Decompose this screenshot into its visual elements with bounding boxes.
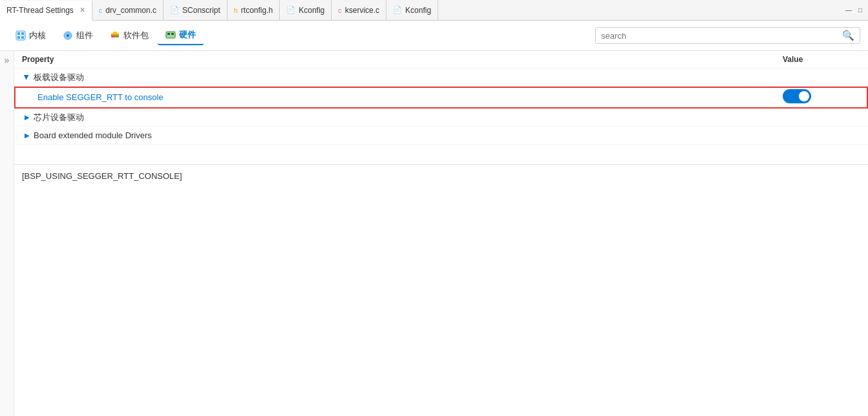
tab-label-sconscript: SConscript	[182, 6, 220, 15]
toggle-segger-rtt[interactable]	[783, 89, 811, 103]
property-pane: Property Value ▶ 板载设备驱动 Enable SEGGER_RT…	[14, 51, 868, 416]
tab-sconscript[interactable]: 📄 SConscript	[164, 0, 228, 20]
search-container: 🔍	[595, 27, 860, 44]
property-header: Property Value	[14, 51, 868, 68]
svg-rect-13	[171, 33, 174, 35]
tree-value-segger-rtt	[783, 89, 860, 105]
svg-rect-4	[21, 36, 24, 39]
tree-label-chip-device: 芯片设备驱动	[34, 112, 783, 123]
tab-label-drv: drv_common.c	[105, 6, 156, 15]
nav-tab-hardware-label: 硬件	[179, 29, 196, 41]
tab-rt-thread-settings[interactable]: RT-Thread Settings ✕	[0, 1, 92, 21]
tab-label-kservice: kservice.c	[345, 6, 379, 15]
tree-arrow-board-extended[interactable]: ▶	[22, 130, 32, 141]
toolbar: 内核 组件	[0, 21, 868, 51]
package-icon	[110, 30, 120, 41]
svg-rect-12	[167, 33, 170, 35]
tab-bar: RT-Thread Settings ✕ c drv_common.c 📄 SC…	[0, 0, 868, 21]
tab-icon-rtconfig: h	[234, 6, 238, 14]
svg-rect-1	[17, 32, 20, 35]
svg-rect-2	[21, 32, 24, 35]
main-container: 内核 组件	[0, 21, 868, 416]
nav-tab-kernel-label: 内核	[29, 30, 46, 41]
component-icon	[63, 30, 73, 41]
tab-icon-kconfig1: 📄	[286, 6, 295, 14]
tab-rtconfig[interactable]: h rtconfig.h	[228, 0, 280, 20]
toggle-track	[783, 89, 811, 103]
svg-rect-3	[17, 36, 20, 39]
toggle-thumb	[799, 91, 809, 101]
tab-kconfig1[interactable]: 📄 Kconfig	[280, 0, 332, 20]
sidebar-chevron-icon[interactable]: »	[5, 55, 10, 65]
tree-arrow-chip-device[interactable]: ▶	[22, 112, 32, 123]
tab-icon-kconfig2: 📄	[393, 6, 402, 14]
svg-rect-10	[113, 32, 117, 34]
minimize-btn[interactable]: —	[843, 5, 854, 16]
value-column-header: Value	[783, 55, 860, 64]
tab-label: RT-Thread Settings	[6, 6, 74, 15]
tab-icon-sconscript: 📄	[170, 6, 179, 14]
tree-label-board-extended: Board extended module Drivers	[34, 130, 783, 140]
nav-tab-component-label: 组件	[76, 30, 93, 41]
hardware-icon	[165, 30, 176, 40]
tree-arrow-board-device[interactable]: ▶	[22, 72, 32, 83]
nav-tab-package-label: 软件包	[123, 30, 149, 41]
nav-tab-component[interactable]: 组件	[55, 26, 101, 45]
nav-tab-kernel[interactable]: 内核	[8, 26, 54, 45]
search-icon[interactable]: 🔍	[842, 30, 854, 41]
spacer	[14, 145, 868, 164]
tab-label-kconfig1: Kconfig	[299, 6, 324, 15]
nav-tab-package[interactable]: 软件包	[102, 26, 156, 45]
window-controls: — □	[843, 5, 868, 16]
tree-label-segger-rtt[interactable]: Enable SEGGER_RTT to console	[37, 92, 783, 102]
tab-label-kconfig2: Kconfig	[405, 6, 431, 15]
tab-kconfig2[interactable]: 📄 Kconfig	[386, 0, 438, 20]
tree-section-chip-device[interactable]: ▶ 芯片设备驱动	[14, 109, 868, 127]
sidebar-strip: »	[0, 51, 14, 416]
tab-icon-kservice: c	[338, 6, 342, 14]
search-input[interactable]	[601, 31, 842, 41]
info-text: [BSP_USING_SEGGER_RTT_CONSOLE]	[22, 171, 182, 181]
svg-point-6	[67, 34, 69, 37]
maximize-btn[interactable]: □	[855, 5, 865, 16]
svg-rect-11	[166, 32, 175, 38]
tree-item-segger-rtt[interactable]: Enable SEGGER_RTT to console	[14, 87, 868, 109]
content-area: » Property Value ▶ 板载设备驱动 Enable SEGGER_…	[0, 51, 868, 416]
tab-icon-drv: c	[99, 6, 103, 14]
info-section: [BSP_USING_SEGGER_RTT_CONSOLE]	[14, 164, 868, 216]
tree-label-board-device: 板载设备驱动	[34, 72, 783, 83]
tree-section-board-extended[interactable]: ▶ Board extended module Drivers	[14, 127, 868, 145]
kernel-icon	[16, 30, 26, 41]
property-column-header: Property	[22, 55, 783, 64]
tab-drv-common[interactable]: c drv_common.c	[92, 0, 164, 20]
nav-tabs: 内核 组件	[8, 26, 204, 45]
tab-kservice[interactable]: c kservice.c	[332, 0, 386, 20]
tab-label-rtconfig: rtconfig.h	[241, 6, 273, 15]
tree-section-board-device[interactable]: ▶ 板载设备驱动	[14, 68, 868, 87]
tab-close-btn[interactable]: ✕	[79, 6, 85, 14]
nav-tab-hardware[interactable]: 硬件	[158, 26, 204, 45]
